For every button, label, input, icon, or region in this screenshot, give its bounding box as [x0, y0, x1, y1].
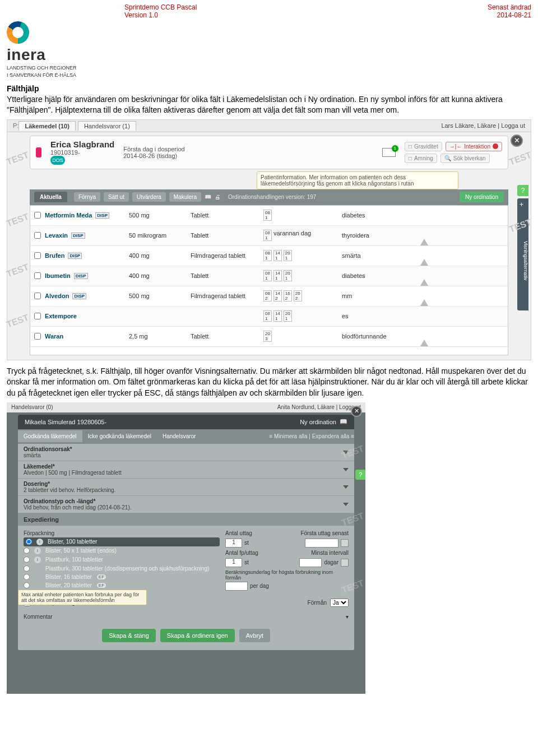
expediering-header[interactable]: Expediering: [18, 513, 354, 526]
chevron-down-icon: [343, 485, 349, 489]
btn-sattut[interactable]: Sätt ut: [104, 192, 129, 202]
field-lakemedel[interactable]: Läkemedel* Alvedon | 500 mg | Filmdrager…: [18, 461, 354, 479]
warning-icon: [420, 293, 437, 299]
tab-aktuella[interactable]: Aktuella: [34, 192, 67, 202]
pack-radio[interactable]: [24, 556, 30, 563]
table-row[interactable]: Metformin Meda DISP500 mgTablett081 diab…: [30, 206, 508, 226]
med-name: Ibumetin DISP: [45, 272, 129, 279]
table-row[interactable]: Levaxin DISP50 mikrogramTablett081 varan…: [30, 226, 508, 246]
paragraph-1: Ytterligare hjälp för användaren om besk…: [7, 94, 531, 116]
doc-version: Version 1.0: [124, 11, 197, 19]
btn-makulera[interactable]: Makulera: [169, 192, 201, 202]
pack-row[interactable]: iPlastburk, 100 tabletter: [24, 555, 220, 564]
table-row[interactable]: Brufen DISP400 mgFilmdragerad tablett081…: [30, 246, 508, 266]
table-row[interactable]: Alvedon DISP500 mgFilmdragerad tablett08…: [30, 286, 508, 307]
btn-skapa-stang[interactable]: Skapa & stäng: [102, 629, 156, 642]
close-icon[interactable]: ✕: [351, 406, 362, 417]
field-ordinationsorsak[interactable]: Ordinationsorsak* smärta: [18, 444, 354, 461]
row-checkbox[interactable]: [34, 313, 41, 319]
forsta-uttag-input[interactable]: [305, 539, 338, 548]
btn-fornya[interactable]: Förnya: [74, 192, 100, 202]
tab-godkanda[interactable]: Godkända läkemedel: [18, 430, 82, 442]
s2-patient-name: Mikaela Simulerad 19280605-: [25, 419, 106, 425]
book-icon[interactable]: 📖: [340, 418, 347, 425]
pack-radio[interactable]: [24, 565, 30, 572]
sok-biverkan-button[interactable]: 🔍 Sök biverkan: [440, 154, 490, 163]
dropdown-icon[interactable]: [341, 559, 349, 567]
pack-row[interactable]: iBlister, 100 tabletter: [24, 537, 220, 546]
pack-row[interactable]: Blister, 16 tabletterEF: [24, 573, 220, 581]
inera-logo-icon: [7, 21, 29, 44]
calendar-icon[interactable]: [341, 539, 349, 547]
info-icon[interactable]: i: [36, 539, 43, 545]
row-checkbox[interactable]: [34, 293, 41, 299]
minsta-intervall-input[interactable]: [299, 558, 322, 567]
logo-name: inera: [7, 46, 45, 64]
pack-radio[interactable]: [26, 539, 32, 545]
med-name: Extempore: [45, 313, 129, 319]
info-icon[interactable]: i: [34, 548, 41, 554]
med-form: Filmdragerad tablett: [191, 252, 263, 259]
btn-avbryt[interactable]: Avbryt: [239, 629, 270, 642]
ef-badge: EF: [96, 574, 106, 580]
btn-skapa-igen[interactable]: Skapa & ordinera igen: [160, 629, 235, 642]
forman-select[interactable]: Ja: [330, 599, 349, 607]
btn-ny-ordination[interactable]: Ny ordination: [460, 192, 504, 202]
amning-badge[interactable]: □ Amning: [405, 154, 437, 163]
help-button[interactable]: ?: [355, 470, 365, 480]
user-line[interactable]: Lars Läkare, Läkare | Logga ut: [441, 122, 525, 129]
antal-uttag-input[interactable]: 1: [225, 539, 242, 548]
interaction-badge[interactable]: →|← Interaktion: [446, 142, 502, 151]
table-row[interactable]: Ibumetin DISP400 mgTablett081141201 diab…: [30, 266, 508, 286]
pack-radio[interactable]: [24, 582, 30, 588]
pack-radio[interactable]: [24, 574, 30, 580]
visningsalternativ-panel[interactable]: Visningsalternativ: [517, 198, 528, 310]
paragraph-2: Tryck på frågetecknet, s.k. Fälthjälp, t…: [7, 366, 531, 399]
book-icon[interactable]: 📖: [205, 194, 211, 200]
med-form: Filmdragerad tablett: [191, 293, 263, 299]
antal-fp-input[interactable]: 1: [225, 558, 242, 567]
row-checkbox[interactable]: [34, 212, 41, 219]
warning-icon: [420, 232, 437, 239]
s2-main-panel: Ordinationsorsak* smärta Läkemedel* Alve…: [18, 444, 354, 650]
help-button[interactable]: ?: [517, 185, 528, 196]
row-checkbox[interactable]: [34, 252, 41, 259]
minimize-expand-all[interactable]: ≡ Minimera alla | Expandera alla ≡: [269, 433, 354, 439]
med-name: Metformin Meda DISP: [45, 212, 129, 219]
pack-label: Blister, 16 tabletter: [45, 574, 92, 580]
doc-title: Sprintdemo CCB Pascal: [124, 3, 197, 11]
field-ordinationstyp[interactable]: Ordinationstyp och -längd* Vid behov, fr…: [18, 496, 354, 513]
row-checkbox[interactable]: [34, 333, 41, 340]
graviditet-badge[interactable]: □ Graviditet: [405, 142, 442, 151]
print-icon[interactable]: 🖨: [215, 194, 220, 200]
kommentar-field[interactable]: Kommentar ▾: [18, 610, 354, 623]
chevron-down-icon: [343, 503, 349, 506]
row-checkbox[interactable]: [34, 232, 41, 239]
patient-header[interactable]: Erica Slagbrand 19010319- DOS Första dag…: [30, 136, 508, 169]
pack-row[interactable]: iBlister, 50 x 1 tablett (endos): [24, 546, 220, 555]
row-checkbox[interactable]: [34, 272, 41, 279]
btn-utvardera[interactable]: Utvärdera: [132, 192, 166, 202]
per-day-input[interactable]: [225, 582, 248, 591]
pack-row[interactable]: Blister, 20 tabletterEF: [24, 581, 220, 590]
med-schedule: 081 varannan dag: [263, 230, 342, 241]
pack-label: Plastburk, 300 tabletter (dosdispenserin…: [45, 565, 209, 572]
tab-handelsvaror[interactable]: Handelsvaror (1): [78, 121, 136, 131]
med-name: Brufen DISP: [45, 252, 129, 259]
tab-icke-godkanda[interactable]: Icke godkända läkemedel: [82, 430, 157, 442]
med-schedule: 081141201: [263, 310, 342, 322]
table-row[interactable]: Extempore081141201 es: [30, 307, 508, 327]
info-icon[interactable]: i: [34, 556, 41, 563]
s2-user-line[interactable]: Anita Nordlund, Läkare | Logga ut: [277, 404, 361, 410]
field-dosering[interactable]: Dosering* 2 tabletter vid behov. Helförp…: [18, 479, 354, 496]
tab-lakemedel[interactable]: Läkemedel (10): [18, 121, 75, 131]
pack-radio[interactable]: [24, 548, 30, 554]
button-bar: Skapa & stäng Skapa & ordinera igen Avbr…: [18, 623, 354, 650]
modified-label: Senast ändrad: [488, 3, 531, 11]
s2-tab-handel[interactable]: Handelsvaror (0): [11, 404, 53, 410]
tab-handelsvaror[interactable]: Handelsvaror: [157, 430, 201, 442]
mail-icon[interactable]: [382, 148, 396, 157]
close-icon[interactable]: ✕: [511, 134, 523, 147]
table-row[interactable]: Waran2,5 mgTablett203 blodförtunnande: [30, 327, 508, 347]
pack-row[interactable]: Plastburk, 300 tabletter (dosdispenserin…: [24, 564, 220, 573]
